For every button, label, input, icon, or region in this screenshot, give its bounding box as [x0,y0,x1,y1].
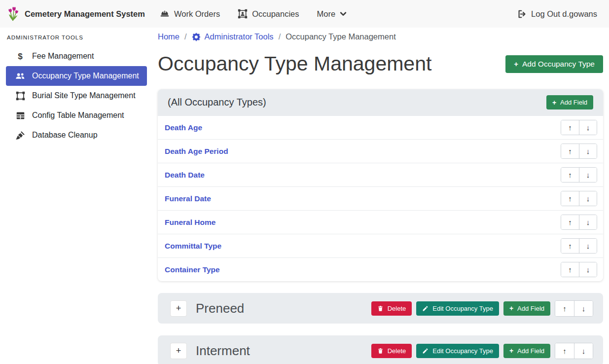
move-up-button[interactable]: ↑ [561,191,579,206]
move-down-button[interactable]: ↓ [574,343,593,359]
chevron-down-icon [340,10,347,17]
field-row: Death Age ↑ ↓ [158,115,603,139]
move-down-button[interactable]: ↓ [579,239,597,253]
pencil-icon [422,348,429,354]
pencil-icon [422,305,429,312]
move-down-button[interactable]: ↓ [579,120,597,135]
trash-icon [377,305,384,312]
move-up-button[interactable]: ↑ [561,215,579,229]
field-link-container-type[interactable]: Container Type [165,265,220,274]
breadcrumb-administrator-tools[interactable]: Administrator Tools [192,32,274,41]
move-down-button[interactable]: ↓ [579,191,597,206]
field-link-death-age-period[interactable]: Death Age Period [165,147,228,156]
expand-button[interactable]: + [170,343,187,359]
sidebar-item-database-cleanup[interactable]: Database Cleanup [6,125,147,145]
reorder-button-group: ↑ ↓ [561,144,597,159]
button-label: Add Field [517,305,544,312]
move-down-button[interactable]: ↓ [579,262,597,277]
broom-icon [15,131,26,140]
field-row: Funeral Home ↑ ↓ [158,210,603,234]
move-up-button[interactable]: ↑ [555,301,574,316]
field-link-committal-type[interactable]: Committal Type [165,242,221,251]
button-label: Delete [388,305,406,312]
app-brand[interactable]: Cemetery Management System [7,6,145,22]
field-link-funeral-home[interactable]: Funeral Home [165,218,215,227]
nav-occupancies[interactable]: Occupancies [238,9,299,19]
logout-button[interactable]: Log Out d.gowans [517,9,597,19]
app-title: Cemetery Management System [25,9,145,19]
move-down-button[interactable]: ↓ [579,168,597,182]
section-title: Interment [196,343,250,359]
plus-icon: + [509,305,513,312]
tulip-logo-icon [7,6,20,22]
move-up-button[interactable]: ↑ [561,168,579,182]
nav-label: More [317,9,336,19]
main-nav: Work Orders Occupancies More [160,9,347,19]
breadcrumb-home[interactable]: Home [158,32,179,41]
field-row: Death Date ↑ ↓ [158,163,603,186]
sidebar-item-fee-management[interactable]: $ Fee Management [6,46,147,66]
delete-button[interactable]: Delete [371,344,412,358]
nav-more[interactable]: More [317,9,347,19]
move-down-button[interactable]: ↓ [574,301,593,316]
card-title: (All Occupancy Types) [168,97,266,108]
move-up-button[interactable]: ↑ [561,120,579,135]
breadcrumb-label: Home [158,32,179,41]
edit-occupancy-type-button[interactable]: Edit Occupancy Type [416,301,499,316]
move-down-button[interactable]: ↓ [579,144,597,158]
sidebar: ADMINISTRATOR TOOLS $ Fee Management Occ… [0,28,153,145]
move-up-button[interactable]: ↑ [561,262,579,277]
nav-label: Occupancies [252,9,299,19]
button-label: Add Field [560,99,587,106]
trash-icon [377,348,384,354]
breadcrumb-separator: / [279,32,281,41]
delete-button[interactable]: Delete [371,301,412,316]
nav-label: Work Orders [174,9,220,19]
card-header: (All Occupancy Types) + Add Field [158,89,603,115]
sidebar-item-occupancy-type-management[interactable]: Occupancy Type Management [6,66,147,86]
page-title: Occupancy Type Management [158,51,431,76]
breadcrumb-current: Occupancy Type Management [286,32,396,41]
section-title: Preneed [196,301,244,316]
move-down-button[interactable]: ↓ [579,215,597,229]
add-field-button[interactable]: + Add Field [503,301,550,316]
button-label: Add Occupancy Type [522,60,595,69]
section-actions: Delete Edit Occupancy Type + Add Field ↑… [371,343,593,359]
frame-person-icon [238,9,248,19]
field-link-death-age[interactable]: Death Age [165,123,202,132]
sidebar-item-label: Burial Site Type Management [32,91,136,100]
reorder-button-group: ↑ ↓ [561,120,597,135]
reorder-button-group: ↑ ↓ [561,262,597,277]
move-up-button[interactable]: ↑ [561,239,579,253]
nav-work-orders[interactable]: Work Orders [160,9,220,19]
sidebar-item-burial-site-type-management[interactable]: Burial Site Type Management [6,86,147,106]
logout-label: Log Out d.gowans [531,9,597,19]
users-icon [15,73,26,79]
sidebar-item-label: Occupancy Type Management [32,72,139,80]
sidebar-item-label: Database Cleanup [32,131,98,140]
add-field-button[interactable]: + Add Field [546,95,593,109]
dollar-icon: $ [15,52,26,61]
hard-hat-icon [160,9,170,19]
field-row: Death Age Period ↑ ↓ [158,139,603,163]
plus-icon: + [509,347,513,354]
edit-occupancy-type-button[interactable]: Edit Occupancy Type [416,344,499,358]
expand-button[interactable]: + [170,300,187,317]
page-header: Occupancy Type Management + Add Occupanc… [158,51,603,76]
breadcrumb-separator: / [184,32,187,41]
sidebar-item-label: Fee Management [32,52,94,61]
sidebar-item-label: Config Table Management [32,111,124,120]
move-up-button[interactable]: ↑ [561,144,579,158]
top-navbar: Cemetery Management System Work Orders [0,0,609,28]
add-occupancy-type-button[interactable]: + Add Occupancy Type [505,55,603,73]
sidebar-item-config-table-management[interactable]: Config Table Management [6,106,147,125]
add-field-button[interactable]: + Add Field [503,344,550,358]
move-up-button[interactable]: ↑ [555,343,574,359]
section-actions: Delete Edit Occupancy Type + Add Field ↑… [371,300,593,317]
field-link-death-date[interactable]: Death Date [165,171,205,180]
field-row: Committal Type ↑ ↓ [158,234,603,257]
table-icon [15,111,26,120]
all-occupancy-types-card: (All Occupancy Types) + Add Field Death … [158,89,603,281]
field-link-funeral-date[interactable]: Funeral Date [165,194,211,203]
reorder-button-group: ↑ ↓ [561,191,597,206]
